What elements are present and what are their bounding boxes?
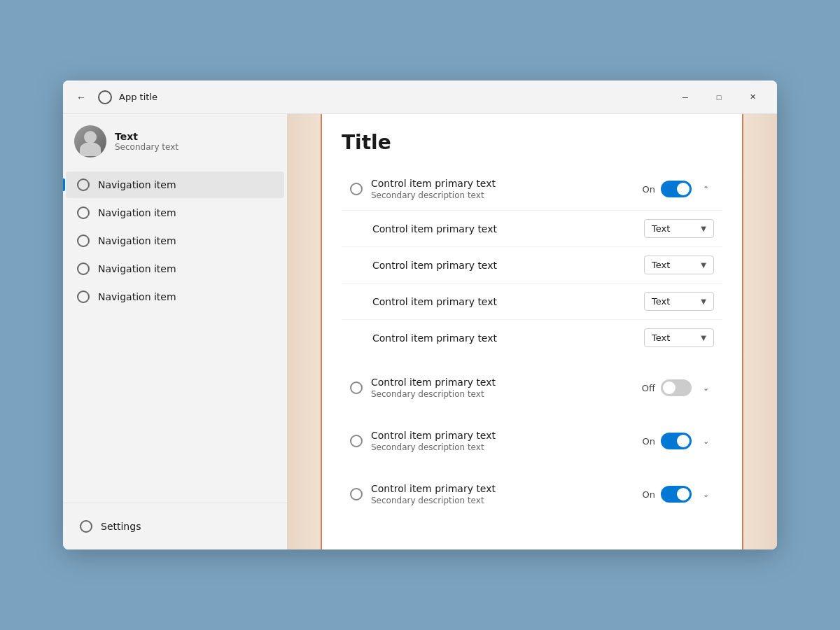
content-area: Title Control item primary text Secondar… bbox=[322, 114, 742, 550]
nav-label-0: Navigation item bbox=[98, 179, 176, 190]
sub-item-primary-1: Control item primary text bbox=[372, 260, 644, 271]
dropdown-3[interactable]: Text ▼ bbox=[644, 328, 714, 347]
control-text-3: Control item primary text Secondary desc… bbox=[371, 483, 643, 505]
sub-item-primary-3: Control item primary text bbox=[372, 332, 644, 344]
divider-3 bbox=[342, 468, 722, 473]
sub-item-right-3: Text ▼ bbox=[644, 328, 714, 347]
user-info: Text Secondary text bbox=[115, 131, 178, 152]
chevron-down-icon-1: ▼ bbox=[701, 261, 706, 269]
close-button[interactable]: ✕ bbox=[736, 86, 769, 108]
user-name: Text bbox=[115, 131, 178, 142]
toggle-thumb-0 bbox=[677, 183, 690, 195]
nav-item-1[interactable]: Navigation item bbox=[66, 200, 284, 226]
control-item-3: Control item primary text Secondary desc… bbox=[342, 473, 722, 515]
avatar-image bbox=[74, 125, 106, 158]
sub-item-text-1: Control item primary text bbox=[372, 260, 644, 271]
toggle-label-3: On bbox=[643, 489, 655, 500]
control-text-main-0: Control item primary text Secondary desc… bbox=[371, 178, 643, 200]
dropdown-text-3: Text bbox=[652, 332, 696, 343]
nav-radio-3 bbox=[77, 262, 90, 275]
control-right-1: Off ⌄ bbox=[642, 379, 714, 396]
control-radio-1[interactable] bbox=[350, 382, 363, 394]
control-primary-2: Control item primary text bbox=[371, 430, 643, 441]
settings-item[interactable]: Settings bbox=[69, 513, 281, 540]
toggle-thumb-3 bbox=[677, 488, 690, 500]
app-window: ← App title ─ □ ✕ Text Secondary text bbox=[63, 80, 777, 550]
sub-item-text-3: Control item primary text bbox=[372, 332, 644, 344]
control-section-0: Control item primary text Secondary desc… bbox=[342, 168, 722, 356]
control-right-2: On ⌄ bbox=[643, 433, 714, 449]
control-primary-main-0: Control item primary text bbox=[371, 178, 643, 189]
titlebar-controls: ─ □ ✕ bbox=[669, 86, 769, 108]
nav-label-1: Navigation item bbox=[98, 207, 176, 218]
nav-item-3[interactable]: Navigation item bbox=[66, 255, 284, 282]
back-button[interactable]: ← bbox=[71, 88, 91, 107]
sub-item-right-0: Text ▼ bbox=[644, 219, 714, 238]
chevron-down-icon-3: ▼ bbox=[701, 334, 706, 342]
sub-item-primary-0: Control item primary text bbox=[372, 223, 644, 234]
toggle-label-1: Off bbox=[642, 383, 655, 393]
control-right-main-0: On ⌃ bbox=[643, 181, 714, 197]
minimize-button[interactable]: ─ bbox=[669, 86, 701, 108]
dropdown-1[interactable]: Text ▼ bbox=[644, 255, 714, 274]
sub-item-3: Control item primary text Text ▼ bbox=[342, 320, 722, 356]
dropdown-text-0: Text bbox=[652, 223, 696, 234]
control-primary-3: Control item primary text bbox=[371, 483, 643, 494]
toggle-1[interactable] bbox=[661, 379, 692, 396]
sub-item-primary-2: Control item primary text bbox=[372, 296, 644, 307]
toggle-2[interactable] bbox=[661, 433, 692, 449]
nav-radio-2 bbox=[77, 234, 90, 247]
chevron-up-button-0[interactable]: ⌃ bbox=[697, 181, 714, 197]
sidebar: Text Secondary text Navigation item Navi… bbox=[63, 114, 287, 550]
divider-1 bbox=[342, 361, 722, 367]
sub-item-right-2: Text ▼ bbox=[644, 292, 714, 311]
nav-item-2[interactable]: Navigation item bbox=[66, 227, 284, 254]
nav-radio-0 bbox=[77, 178, 90, 191]
control-radio-main-0[interactable] bbox=[350, 183, 363, 195]
chevron-down-button-1[interactable]: ⌄ bbox=[697, 379, 714, 396]
control-item-2: Control item primary text Secondary desc… bbox=[342, 420, 722, 462]
control-secondary-3: Secondary description text bbox=[371, 496, 643, 505]
control-radio-3[interactable] bbox=[350, 488, 363, 500]
sub-item-1: Control item primary text Text ▼ bbox=[342, 247, 722, 284]
sub-item-text-2: Control item primary text bbox=[372, 296, 644, 307]
app-icon bbox=[98, 90, 112, 104]
nav-item-0[interactable]: Navigation item bbox=[66, 172, 284, 198]
control-text-1: Control item primary text Secondary desc… bbox=[371, 377, 642, 399]
toggle-label-2: On bbox=[643, 436, 655, 447]
control-text-2: Control item primary text Secondary desc… bbox=[371, 430, 643, 452]
sub-item-text-0: Control item primary text bbox=[372, 223, 644, 234]
dropdown-text-1: Text bbox=[652, 260, 696, 270]
toggle-thumb-2 bbox=[677, 435, 690, 447]
chevron-down-button-2[interactable]: ⌄ bbox=[697, 433, 714, 449]
avatar bbox=[74, 125, 106, 158]
maximize-button[interactable]: □ bbox=[703, 86, 735, 108]
main-area: Text Secondary text Navigation item Navi… bbox=[63, 114, 777, 550]
toggle-thumb-1 bbox=[663, 382, 676, 394]
control-secondary-1: Secondary description text bbox=[371, 389, 642, 399]
nav-radio-4 bbox=[77, 290, 90, 303]
toggle-0[interactable] bbox=[661, 181, 692, 197]
settings-radio bbox=[80, 520, 92, 533]
chevron-down-button-3[interactable]: ⌄ bbox=[697, 486, 714, 503]
app-title: App title bbox=[119, 92, 158, 102]
nav-label-2: Navigation item bbox=[98, 235, 176, 246]
nav-radio-1 bbox=[77, 206, 90, 219]
sidebar-bottom: Settings bbox=[63, 503, 287, 550]
titlebar-left: ← App title bbox=[71, 88, 669, 107]
control-section-2: Control item primary text Secondary desc… bbox=[342, 420, 722, 462]
toggle-3[interactable] bbox=[661, 486, 692, 503]
nav-label-4: Navigation item bbox=[98, 291, 176, 302]
user-secondary-text: Secondary text bbox=[115, 142, 178, 152]
control-radio-2[interactable] bbox=[350, 435, 363, 447]
nav-list: Navigation item Navigation item Navigati… bbox=[63, 167, 287, 503]
control-item-main-0: Control item primary text Secondary desc… bbox=[342, 168, 722, 211]
nav-item-4[interactable]: Navigation item bbox=[66, 284, 284, 310]
sub-item-2: Control item primary text Text ▼ bbox=[342, 284, 722, 320]
left-accent bbox=[287, 114, 322, 550]
titlebar: ← App title ─ □ ✕ bbox=[63, 80, 777, 114]
control-section-3: Control item primary text Secondary desc… bbox=[342, 473, 722, 515]
dropdown-2[interactable]: Text ▼ bbox=[644, 292, 714, 311]
dropdown-0[interactable]: Text ▼ bbox=[644, 219, 714, 238]
control-item-1: Control item primary text Secondary desc… bbox=[342, 367, 722, 409]
